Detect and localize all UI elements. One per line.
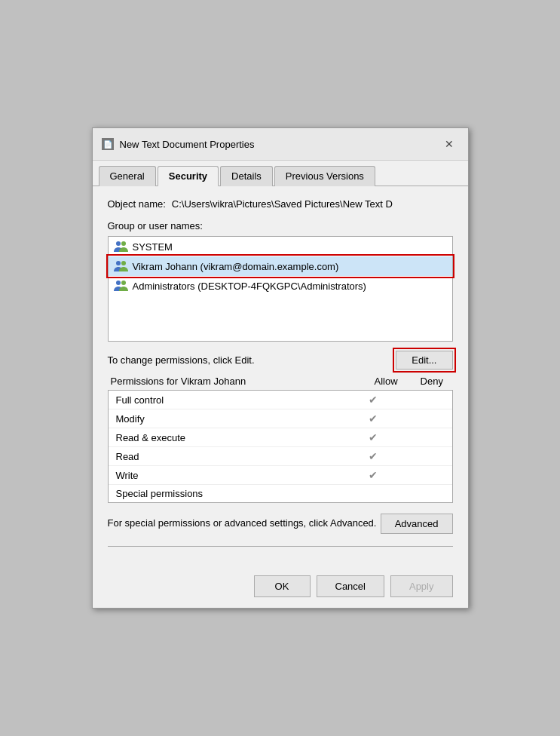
object-name-row: Object name: C:\Users\vikra\Pictures\Sav… <box>108 198 453 210</box>
user-name-vikram: Vikram Johann (vikram@domain.example.com… <box>133 261 339 272</box>
svg-point-5 <box>121 281 126 285</box>
permissions-header: Permissions for Vikram Johann Allow Deny <box>108 376 453 387</box>
divider <box>108 546 453 547</box>
svg-point-1 <box>121 241 126 246</box>
edit-button[interactable]: Edit... <box>396 351 452 370</box>
perm-row-modify: Modify ✔ <box>109 409 452 428</box>
tab-general[interactable]: General <box>99 166 156 186</box>
group-label: Group or user names: <box>108 220 453 232</box>
deny-check-modify <box>407 412 430 425</box>
ok-button[interactable]: OK <box>254 575 311 597</box>
advanced-text: For special permissions or advanced sett… <box>108 517 377 530</box>
dialog-title: New Text Document Properties <box>120 139 255 150</box>
user-icon-system <box>113 239 128 254</box>
user-list: SYSTEM Vikram Johann (vikram@domain.exam… <box>108 236 453 342</box>
perm-name: Full control <box>116 394 362 406</box>
allow-header: Allow <box>375 376 398 387</box>
advanced-button[interactable]: Advanced <box>381 514 453 534</box>
perm-row-special: Special permissions <box>109 485 452 502</box>
user-name-system: SYSTEM <box>133 241 173 253</box>
perm-name: Write <box>116 470 362 481</box>
user-name-admins: Administrators (DESKTOP-4FQKGPC\Administ… <box>133 281 366 292</box>
svg-point-4 <box>116 281 121 285</box>
title-bar: 📄 New Text Document Properties ✕ <box>93 128 468 161</box>
svg-point-0 <box>116 241 121 246</box>
deny-check-write <box>407 469 430 481</box>
user-item-system[interactable]: SYSTEM <box>109 237 452 256</box>
deny-header: Deny <box>421 376 443 387</box>
allow-check-modify: ✔ <box>362 412 384 425</box>
allow-check-full: ✔ <box>362 394 384 406</box>
apply-button[interactable]: Apply <box>390 575 453 597</box>
deny-check-read <box>407 450 430 462</box>
change-permissions-row: To change permissions, click Edit. Edit.… <box>108 351 453 370</box>
deny-check-read-execute <box>407 431 430 443</box>
allow-check-read: ✔ <box>362 450 384 462</box>
dialog-icon: 📄 <box>102 138 114 150</box>
perm-name: Modify <box>116 413 362 425</box>
perm-row-write: Write ✔ <box>109 466 452 485</box>
close-button[interactable]: ✕ <box>439 134 459 154</box>
allow-check-write: ✔ <box>362 469 384 481</box>
tab-security[interactable]: Security <box>158 166 219 186</box>
user-item-vikram[interactable]: Vikram Johann (vikram@domain.example.com… <box>109 256 452 276</box>
perm-name: Read & execute <box>116 432 362 443</box>
object-label: Object name: <box>108 198 166 210</box>
permissions-table: Full control ✔ Modify ✔ Read & execute ✔ <box>108 390 453 503</box>
perm-row-read: Read ✔ <box>109 447 452 466</box>
change-perm-text: To change permissions, click Edit. <box>108 354 255 366</box>
user-item-admins[interactable]: Administrators (DESKTOP-4FQKGPC\Administ… <box>109 276 452 296</box>
dialog-window: 📄 New Text Document Properties ✕ General… <box>92 127 469 609</box>
tab-previous-versions[interactable]: Previous Versions <box>274 166 375 186</box>
object-value: C:\Users\vikra\Pictures\Saved Pictures\N… <box>172 198 393 210</box>
svg-point-3 <box>121 261 126 265</box>
svg-point-2 <box>116 261 121 265</box>
cancel-button[interactable]: Cancel <box>317 575 384 597</box>
perm-row-full-control: Full control ✔ <box>109 391 452 409</box>
tab-details[interactable]: Details <box>220 166 273 186</box>
tab-content: Object name: C:\Users\vikra\Pictures\Sav… <box>93 186 468 568</box>
user-icon-vikram <box>113 259 128 274</box>
perm-name: Special permissions <box>116 488 362 499</box>
tab-bar: General Security Details Previous Versio… <box>93 161 468 186</box>
advanced-row: For special permissions or advanced sett… <box>108 514 453 534</box>
dialog-buttons: OK Cancel Apply <box>93 568 468 608</box>
permissions-for-label: Permissions for Vikram Johann <box>111 376 375 387</box>
user-icon-admins <box>113 278 128 293</box>
deny-check-full <box>407 394 430 406</box>
perm-row-read-execute: Read & execute ✔ <box>109 428 452 447</box>
allow-check-read-execute: ✔ <box>362 431 384 443</box>
perm-name: Read <box>116 451 362 462</box>
